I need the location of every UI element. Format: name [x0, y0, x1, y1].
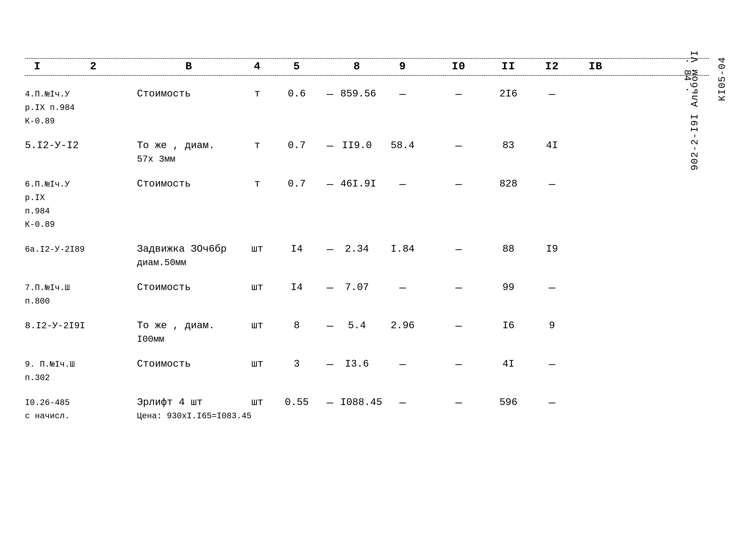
row-col5-6: 8	[274, 319, 320, 332]
col-header-4: 4	[241, 60, 274, 73]
row-col7-1: 859.56	[340, 87, 374, 101]
row-col9-4: —	[432, 242, 486, 257]
table-body: 4.П.№Iч.Ур.IX п.984К-0.89 Стоимость т 0.…	[25, 76, 709, 425]
col-header-7: 8	[340, 60, 374, 73]
row-col11-7: —	[531, 357, 573, 372]
col-header-8: 9	[374, 60, 432, 73]
table-row: 8.I2-У-2I9I То же , диам.I00мм шт 8 — 5.…	[25, 310, 709, 348]
row-col9-2: —	[432, 139, 486, 153]
row-col11-4: I9	[531, 242, 573, 256]
row-unit-4: шт	[241, 242, 274, 256]
row-code-4: 6а.I2-У-2I89	[25, 242, 137, 256]
row-unit-5: шт	[241, 281, 274, 294]
col-header-12: IB	[573, 60, 618, 73]
row-col6-8: —	[320, 396, 340, 410]
row-unit-2: т	[241, 139, 274, 152]
row-col5-8: 0.55	[274, 396, 320, 409]
row-col5-1: 0.6	[274, 87, 320, 101]
col-header-9: I0	[432, 60, 486, 73]
row-col10-5: 99	[486, 281, 531, 294]
sidebar-text-code: КI05-04	[717, 57, 728, 101]
column-headers: I 2 B 4 5 8 9 I0 II I2 IB	[25, 60, 709, 76]
row-col10-1: 2I6	[486, 87, 531, 101]
row-code-6: 8.I2-У-2I9I	[25, 319, 137, 332]
row-col5-7: 3	[274, 357, 320, 371]
table-row: 6.П.№Iч.Ур.IXп.984К-0.89 Стоимость т 0.7…	[25, 168, 709, 233]
table-row: 6а.I2-У-2I89 Задвижка ЗОч6брдиам.50мм шт…	[25, 233, 709, 271]
row-col10-8: 596	[486, 396, 531, 409]
row-col10-6: I6	[486, 319, 531, 332]
page-container: I 2 B 4 5 8 9 I0 II I2 IB 4.П.№Iч.Ур.IX …	[0, 0, 734, 560]
row-col9-1: —	[432, 87, 486, 102]
table-row: 9. П.№Iч.Шп.302 Стоимость шт 3 — I3.6 — …	[25, 348, 709, 386]
row-col7-6: 5.4	[340, 319, 374, 332]
row-col8-3: —	[374, 177, 432, 192]
row-col11-2: 4I	[531, 139, 573, 152]
row-desc-7: Стоимость	[137, 357, 241, 371]
row-col10-2: 83	[486, 139, 531, 152]
row-unit-7: шт	[241, 357, 274, 371]
row-desc-5: Стоимость	[137, 281, 241, 294]
right-margin-dash: · 84 ·	[682, 58, 692, 93]
row-col10-3: 828	[486, 177, 531, 191]
row-col8-6: 2.96	[374, 319, 432, 332]
row-code-5: 7.П.№Iч.Шп.800	[25, 281, 137, 308]
row-col11-8: —	[531, 396, 573, 410]
row-unit-1: т	[241, 87, 274, 101]
table-row: I0.26-485с начисл. Эрлифт 4 штЦена: 930х…	[25, 386, 709, 425]
row-col7-3: 46I.9I	[340, 177, 374, 191]
row-col5-5: I4	[274, 281, 320, 294]
row-desc-3: Стоимость	[137, 177, 241, 191]
row-col8-8: —	[374, 396, 432, 410]
row-code-2: 5.I2-У-I2	[25, 139, 137, 152]
row-desc-6: То же , диам.I00мм	[137, 319, 241, 346]
row-col6-4: —	[320, 242, 340, 257]
table-row: 5.I2-У-I2 То же , диам.57х 3мм т 0.7 — I…	[25, 129, 709, 168]
col-header-10: II	[486, 60, 531, 73]
row-col6-5: —	[320, 281, 340, 295]
row-unit-8: шт	[241, 396, 274, 409]
col-header-2: 2	[50, 60, 137, 73]
col-header-11: I2	[531, 60, 573, 73]
row-desc-4: Задвижка ЗОч6брдиам.50мм	[137, 242, 241, 269]
col-header-1: I	[25, 60, 50, 73]
row-col11-1: —	[531, 87, 573, 102]
row-col9-6: —	[432, 319, 486, 333]
row-col7-5: 7.07	[340, 281, 374, 294]
col-header-5: 5	[274, 60, 320, 73]
row-col9-7: —	[432, 357, 486, 372]
table-row: 7.П.№Iч.Шп.800 Стоимость шт I4 — 7.07 — …	[25, 271, 709, 310]
row-unit-6: шт	[241, 319, 274, 332]
row-col9-5: —	[432, 281, 486, 295]
row-col5-4: I4	[274, 242, 320, 256]
row-desc-1: Стоимость	[137, 87, 241, 101]
row-col5-2: 0.7	[274, 139, 320, 152]
row-col10-7: 4I	[486, 357, 531, 371]
col-header-3: B	[137, 60, 241, 73]
row-col6-2: —	[320, 139, 340, 153]
row-desc-8: Эрлифт 4 штЦена: 930хI.I65=I083.45	[137, 396, 241, 423]
row-col8-4: I.84	[374, 242, 432, 256]
row-col6-1: —	[320, 87, 340, 102]
row-code-8: I0.26-485с начисл.	[25, 396, 137, 423]
row-code-7: 9. П.№Iч.Шп.302	[25, 357, 137, 384]
row-code-1: 4.П.№Iч.Ур.IX п.984К-0.89	[25, 87, 137, 127]
row-col9-3: —	[432, 177, 486, 192]
row-col11-5: —	[531, 281, 573, 295]
row-col7-2: II9.0	[340, 139, 374, 152]
sidebar-right: 902-2-I9I Альбом VI КI05-04	[690, 50, 728, 171]
row-col6-7: —	[320, 357, 340, 372]
row-col6-6: —	[320, 319, 340, 333]
header-top-line	[25, 58, 709, 59]
row-col6-3: —	[320, 177, 340, 192]
row-col8-7: —	[374, 357, 432, 372]
row-col7-7: I3.6	[340, 357, 374, 371]
row-desc-2: То же , диам.57х 3мм	[137, 139, 241, 166]
row-col7-4: 2.34	[340, 242, 374, 256]
row-col8-2: 58.4	[374, 139, 432, 152]
row-col9-8: —	[432, 396, 486, 410]
row-col7-8: I088.45	[340, 396, 374, 409]
row-code-3: 6.П.№Iч.Ур.IXп.984К-0.89	[25, 177, 137, 231]
row-col8-5: —	[374, 281, 432, 295]
row-col5-3: 0.7	[274, 177, 320, 191]
